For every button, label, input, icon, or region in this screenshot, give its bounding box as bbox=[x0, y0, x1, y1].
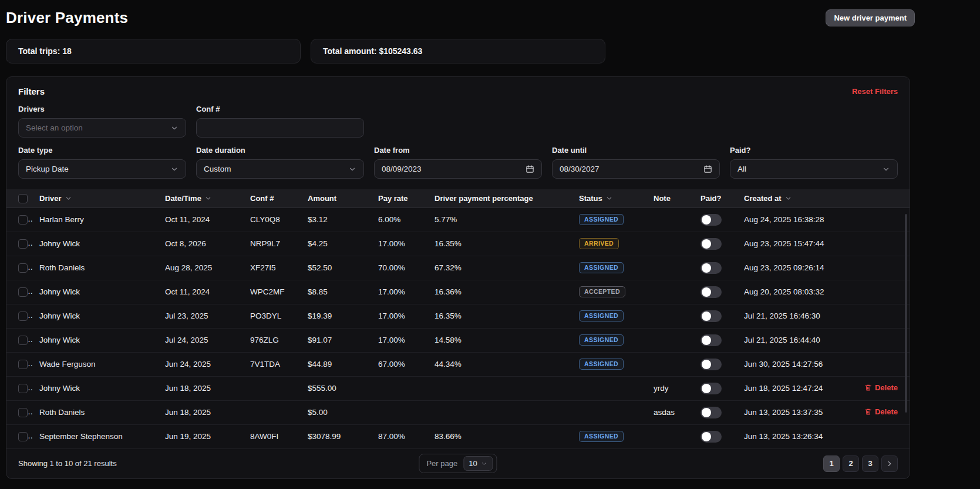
paid-toggle[interactable] bbox=[701, 431, 722, 443]
datetime-cell: Oct 11, 2024 bbox=[158, 280, 243, 304]
drivers-label: Drivers bbox=[18, 105, 186, 113]
status-badge: ASSIGNED bbox=[579, 262, 624, 273]
page-button-3[interactable]: 3 bbox=[862, 455, 878, 472]
paid-toggle[interactable] bbox=[701, 262, 722, 274]
note-cell bbox=[646, 424, 693, 448]
date-type-select[interactable]: Pickup Date bbox=[18, 159, 186, 179]
note-cell bbox=[646, 232, 693, 256]
row-checkbox[interactable] bbox=[18, 239, 28, 249]
next-page-button[interactable] bbox=[881, 455, 898, 472]
amount-cell: $5.00 bbox=[301, 400, 371, 424]
chevron-down-icon bbox=[170, 165, 179, 173]
filters-section: Filters Reset Filters Drivers Select an … bbox=[6, 77, 910, 189]
paid-toggle[interactable] bbox=[701, 359, 722, 370]
driver-payment-percentage-cell bbox=[427, 376, 572, 400]
row-checkbox[interactable] bbox=[18, 263, 28, 273]
paid-toggle[interactable] bbox=[701, 383, 722, 394]
table-header-row: Driver Date/Time Conf # Amount Pay rate … bbox=[6, 189, 910, 207]
driver-payment-percentage-cell bbox=[427, 400, 572, 424]
per-page-select[interactable]: 10 bbox=[463, 456, 493, 471]
select-all-checkbox[interactable] bbox=[18, 194, 28, 203]
conf-number-input[interactable] bbox=[196, 118, 364, 138]
paid-toggle[interactable] bbox=[701, 407, 722, 418]
datetime-cell: Oct 8, 2026 bbox=[158, 232, 243, 256]
conf-cell: 8AW0FI bbox=[243, 424, 301, 448]
delete-button[interactable]: Delete bbox=[864, 407, 898, 416]
actions-cell bbox=[852, 256, 910, 280]
row-checkbox[interactable] bbox=[18, 336, 28, 345]
pay-rate-cell: 17.00% bbox=[371, 328, 427, 352]
paid-cell bbox=[693, 376, 737, 400]
date-from-label: Date from bbox=[374, 146, 542, 155]
trash-icon bbox=[864, 408, 872, 416]
date-duration-value: Custom bbox=[204, 165, 231, 173]
row-checkbox[interactable] bbox=[18, 287, 28, 297]
reset-filters-link[interactable]: Reset Filters bbox=[852, 87, 898, 96]
row-checkbox[interactable] bbox=[18, 312, 28, 321]
per-page-control: Per page 10 bbox=[419, 454, 497, 473]
pay-rate-cell: 87.00% bbox=[371, 424, 427, 448]
status-cell: ARRIVED bbox=[572, 232, 646, 256]
table-footer: Showing 1 to 10 of 21 results Per page 1… bbox=[6, 449, 910, 478]
status-badge: ASSIGNED bbox=[579, 359, 624, 370]
date-until-input[interactable]: 08/30/2027 bbox=[552, 159, 720, 179]
pay-rate-cell: 17.00% bbox=[371, 232, 427, 256]
note-cell: yrdy bbox=[646, 376, 693, 400]
note-cell bbox=[646, 207, 693, 232]
paid-toggle[interactable] bbox=[701, 286, 722, 298]
column-header-driver[interactable]: Driver bbox=[32, 189, 158, 207]
paid-cell bbox=[693, 424, 737, 448]
page-title: Driver Payments bbox=[6, 9, 128, 27]
page-button-2[interactable]: 2 bbox=[843, 455, 859, 472]
conf-cell: WPC2MF bbox=[243, 280, 301, 304]
row-checkbox[interactable] bbox=[18, 408, 28, 417]
conf-cell bbox=[243, 400, 301, 424]
column-header-status[interactable]: Status bbox=[572, 189, 646, 207]
paid-toggle[interactable] bbox=[701, 214, 722, 226]
date-until-value: 08/30/2027 bbox=[560, 165, 600, 173]
status-badge: ARRIVED bbox=[579, 238, 619, 249]
date-until-label: Date until bbox=[552, 146, 720, 155]
amount-cell: $3078.99 bbox=[301, 424, 371, 448]
row-checkbox[interactable] bbox=[18, 360, 28, 369]
delete-label: Delete bbox=[875, 383, 898, 392]
paid-toggle[interactable] bbox=[701, 310, 722, 322]
page-button-1[interactable]: 1 bbox=[823, 455, 840, 472]
table-scrollbar[interactable] bbox=[905, 214, 907, 413]
paid-select[interactable]: All bbox=[730, 159, 898, 179]
new-driver-payment-button[interactable]: New driver payment bbox=[826, 9, 915, 26]
driver-payment-percentage-cell: 16.36% bbox=[427, 280, 572, 304]
status-badge: ASSIGNED bbox=[579, 310, 624, 321]
table-row: September StephensonJun 19, 20258AW0FI$3… bbox=[6, 424, 910, 448]
status-cell bbox=[572, 376, 646, 400]
datetime-cell: Jun 18, 2025 bbox=[158, 400, 243, 424]
row-checkbox[interactable] bbox=[18, 215, 28, 225]
table-row: Roth DanielsJun 18, 2025$5.00asdasJun 13… bbox=[6, 400, 910, 424]
date-type-value: Pickup Date bbox=[26, 165, 69, 173]
delete-button[interactable]: Delete bbox=[864, 383, 898, 392]
column-header-paid: Paid? bbox=[693, 189, 737, 207]
paid-toggle[interactable] bbox=[701, 334, 722, 346]
column-header-created-at[interactable]: Created at bbox=[737, 189, 852, 207]
sort-chevron-icon bbox=[605, 195, 613, 202]
driver-cell: Harlan Berry bbox=[32, 207, 158, 232]
column-header-datetime[interactable]: Date/Time bbox=[158, 189, 243, 207]
date-duration-select[interactable]: Custom bbox=[196, 159, 364, 179]
row-checkbox[interactable] bbox=[18, 432, 28, 441]
actions-cell bbox=[852, 280, 910, 304]
toggle-knob bbox=[702, 287, 711, 297]
status-badge: ACCEPTED bbox=[579, 286, 625, 297]
status-cell: ASSIGNED bbox=[572, 304, 646, 328]
driver-payment-percentage-cell: 44.34% bbox=[427, 352, 572, 376]
status-cell bbox=[572, 400, 646, 424]
status-cell: ACCEPTED bbox=[572, 280, 646, 304]
pay-rate-cell: 17.00% bbox=[371, 304, 427, 328]
drivers-select[interactable]: Select an option bbox=[18, 118, 186, 138]
driver-payment-percentage-cell: 16.35% bbox=[427, 232, 572, 256]
paid-toggle[interactable] bbox=[701, 238, 722, 250]
row-checkbox[interactable] bbox=[18, 384, 28, 393]
date-from-input[interactable]: 08/09/2023 bbox=[374, 159, 542, 179]
chevron-down-icon bbox=[348, 165, 356, 173]
chevron-down-icon bbox=[170, 124, 179, 132]
drivers-select-value: Select an option bbox=[26, 123, 83, 132]
